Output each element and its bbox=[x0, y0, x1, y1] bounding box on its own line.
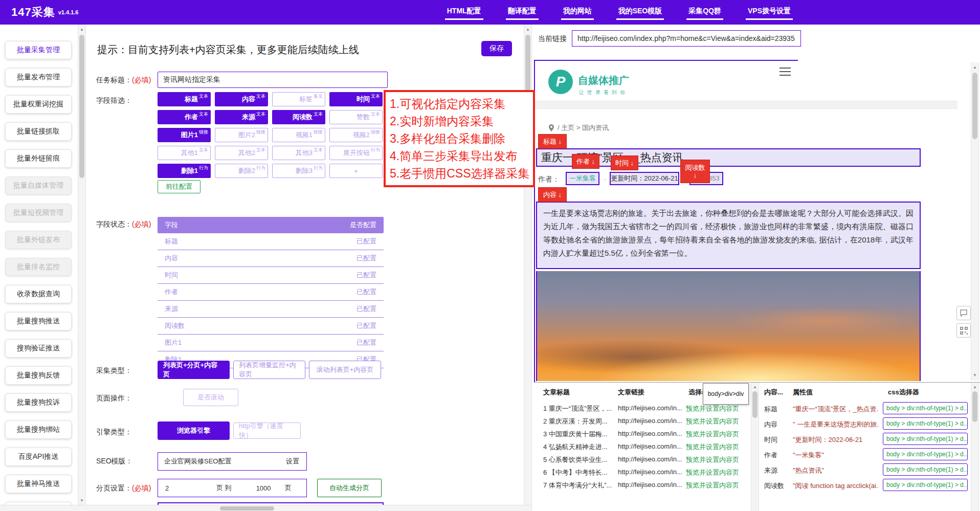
preview-set-content-link[interactable]: 预览并设置内容页 bbox=[686, 430, 739, 439]
paging-from-value[interactable]: 2 bbox=[158, 484, 216, 492]
article-row-title[interactable]: 3 中国重庆黄十届梅... bbox=[543, 430, 612, 439]
field-cell-other3[interactable]: 其他3文本 bbox=[272, 146, 325, 160]
chat-bubble-icon[interactable] bbox=[956, 306, 971, 320]
preview-set-content-link[interactable]: 预览并设置内容页 bbox=[686, 481, 739, 490]
sidebar-item-backlink-trace[interactable]: 批量外链留痕 bbox=[5, 149, 72, 168]
field-cell-image1[interactable]: 图片1链接 bbox=[158, 128, 211, 142]
field-cell-reads[interactable]: 阅读数文本 bbox=[272, 110, 325, 124]
scroll-down-icon[interactable]: ▼ bbox=[971, 372, 978, 379]
field-cell-tags[interactable]: 标签多文 bbox=[272, 92, 325, 106]
sidebar-item-index-query[interactable]: 收录数据查询 bbox=[5, 285, 72, 303]
nav-vps-dial[interactable]: VPS拨号设置 bbox=[746, 5, 793, 20]
css-selector-box[interactable]: body > div:nth-of-type(1) > d... bbox=[883, 479, 968, 491]
collect-type-list-paging-content[interactable]: 列表页+分页+内容页 bbox=[158, 361, 230, 379]
scroll-down-icon[interactable]: ▼ bbox=[78, 498, 85, 504]
preview-set-content-link[interactable]: 预览并设置内容页 bbox=[686, 442, 739, 452]
engine-http[interactable]: http引擎（速度快） bbox=[233, 423, 301, 439]
seo-set-button[interactable]: 设置 bbox=[286, 457, 306, 466]
sidebar-item-batch-collect[interactable]: 批量采集管理 bbox=[5, 41, 72, 59]
scrollbar-thumb[interactable] bbox=[79, 35, 84, 178]
field-cell-title[interactable]: 标题文本 bbox=[158, 92, 211, 106]
preview-set-content-link[interactable]: 预览并设置内容页 bbox=[686, 455, 739, 464]
article-row-title[interactable]: 7 体育中考满分“大礼”... bbox=[543, 481, 612, 490]
horizontal-scrollbar[interactable] bbox=[0, 505, 531, 511]
sidebar-item-sogou-feedback[interactable]: 批量搜狗反馈 bbox=[5, 366, 72, 385]
engine-browser[interactable]: 浏览器引擎 bbox=[158, 421, 230, 440]
preview-scrollbar[interactable]: ▲ ▼ bbox=[971, 62, 979, 381]
css-selector-box[interactable]: body > div:nth-of-type(1) > d... bbox=[883, 417, 968, 430]
sidebar-item-rank-monitor[interactable]: 批量排名监控 bbox=[5, 258, 72, 276]
sidebar-item-shenma-push[interactable]: 批量神马推送 bbox=[5, 475, 72, 493]
field-cell-expand[interactable]: 展开按钮行为 bbox=[329, 146, 383, 160]
field-cell-other2[interactable]: 其他2文本 bbox=[215, 146, 268, 160]
article-row-link[interactable]: http://feijiseo.com/in... bbox=[618, 442, 684, 450]
article-row-link[interactable]: http://feijiseo.com/in... bbox=[618, 417, 684, 425]
article-author[interactable]: 一米集客 bbox=[566, 172, 599, 185]
page-op-scroll-toggle[interactable]: 是否滚动 bbox=[183, 389, 238, 406]
scrollbar-thumb[interactable] bbox=[752, 391, 758, 418]
task-title-input[interactable] bbox=[158, 72, 388, 88]
collect-type-incremental[interactable]: 列表页增量监控+内容页 bbox=[233, 361, 305, 379]
form-scrollbar-left[interactable]: ▲ ▼ bbox=[78, 25, 86, 511]
right-table-scrollbar[interactable]: ▲ bbox=[971, 383, 979, 511]
sidebar-item-video-manage[interactable]: 批量短视频管理 bbox=[5, 204, 72, 222]
field-cell-delete3[interactable]: 删除3行为 bbox=[272, 164, 325, 178]
field-cell-delete1[interactable]: 删除1行为 bbox=[158, 164, 211, 178]
left-table-scrollbar[interactable]: ▲ bbox=[751, 383, 759, 511]
article-row-link[interactable]: http://feijiseo.com/in... bbox=[618, 455, 684, 463]
scroll-up-icon[interactable]: ▲ bbox=[971, 384, 978, 390]
sidebar-item-sogou-verify[interactable]: 搜狗验证推送 bbox=[5, 339, 72, 358]
field-cell-time[interactable]: 时间文本 bbox=[329, 92, 383, 106]
scroll-up-icon[interactable]: ▲ bbox=[524, 27, 531, 33]
article-row-title[interactable]: 5 心系餐饮类毕业生... bbox=[543, 455, 612, 464]
article-row-link[interactable]: http://feijiseo.com/in... bbox=[618, 481, 684, 488]
hamburger-menu-icon[interactable] bbox=[779, 68, 791, 76]
paging-to-value[interactable]: 1000 bbox=[232, 484, 285, 492]
nav-translate-config[interactable]: 翻译配置 bbox=[506, 5, 539, 20]
field-cell-other1[interactable]: 其他1文本 bbox=[158, 146, 211, 160]
goto-config-button[interactable]: 前往配置 bbox=[158, 180, 201, 193]
preview-set-content-link[interactable]: 预览并设置内容页 bbox=[686, 417, 739, 426]
field-cell-add[interactable]: + bbox=[329, 164, 383, 178]
article-row-title[interactable]: 1 重庆一“顶流”景区，... bbox=[543, 404, 612, 413]
css-selector-box[interactable]: body > div:nth-of-type(1) > d... bbox=[883, 463, 968, 476]
sidebar-item-media-manage[interactable]: 批量自媒体管理 bbox=[5, 176, 72, 195]
scrollbar-thumb[interactable] bbox=[972, 73, 977, 139]
article-row-link[interactable]: http://feijiseo.com/in... bbox=[618, 468, 684, 476]
css-selector-box[interactable]: body > div:nth-of-type(1) > d... bbox=[883, 448, 968, 460]
save-button[interactable]: 保存 bbox=[481, 41, 512, 56]
field-cell-likes[interactable]: 赞数文本 bbox=[329, 110, 383, 124]
current-link-input[interactable] bbox=[572, 30, 801, 47]
nav-my-sites[interactable]: 我的网站 bbox=[561, 5, 594, 20]
breadcrumb[interactable]: / 主页 > 国内资讯 bbox=[548, 123, 609, 132]
auto-generate-paging-button[interactable]: 自动生成分页 bbox=[317, 479, 382, 497]
nav-qq-group[interactable]: 采集QQ群 bbox=[686, 5, 723, 20]
css-selector-box[interactable]: body > div:nth-of-type(1) > d... bbox=[883, 402, 968, 414]
selector-overlay-input[interactable]: body>div>div bbox=[703, 383, 749, 405]
field-cell-source[interactable]: 来源文本 bbox=[215, 110, 268, 124]
article-row-title[interactable]: 6 【中考】中考特长... bbox=[543, 468, 612, 477]
seo-template-selector[interactable]: 企业官网装修SEO配置 设置 bbox=[158, 452, 307, 471]
sidebar-item-sogou-complaint[interactable]: 批量搜狗投诉 bbox=[5, 393, 72, 412]
scroll-up-icon[interactable]: ▲ bbox=[78, 27, 85, 33]
article-row-link[interactable]: http://feijiseo.com/in... bbox=[618, 404, 684, 412]
field-cell-image2[interactable]: 图片2链接 bbox=[215, 128, 268, 142]
article-row-title[interactable]: 2 重庆巫溪：开发周... bbox=[543, 417, 612, 426]
scrollbar-thumb[interactable] bbox=[220, 506, 274, 510]
preview-set-content-link[interactable]: 预览并设置内容页 bbox=[686, 468, 739, 477]
nav-my-seo-templates[interactable]: 我的SEO模版 bbox=[616, 5, 664, 20]
sidebar-item-backlink-publish[interactable]: 批量外链发布 bbox=[5, 231, 72, 249]
scrollbar-thumb[interactable] bbox=[972, 391, 977, 422]
nav-html-config[interactable]: HTML配置 bbox=[445, 5, 483, 20]
sidebar-item-link-grab[interactable]: 批量链接抓取 bbox=[5, 122, 72, 141]
field-cell-content[interactable]: 内容文本 bbox=[215, 92, 268, 106]
collect-type-scroll-list[interactable]: 滚动列表页+内容页 bbox=[309, 361, 381, 379]
paging-range-box[interactable]: 2 页 到 1000 页 bbox=[158, 479, 307, 497]
field-cell-delete2[interactable]: 删除2行为 bbox=[215, 164, 268, 178]
sidebar-item-batch-publish[interactable]: 批量发布管理 bbox=[5, 68, 72, 86]
field-cell-video1[interactable]: 视频1链接 bbox=[272, 128, 325, 142]
article-row-title[interactable]: 4 弘扬航天精神走进... bbox=[543, 442, 612, 452]
scroll-up-icon[interactable]: ▲ bbox=[971, 64, 978, 71]
scroll-up-icon[interactable]: ▲ bbox=[751, 384, 759, 390]
preview-set-content-link[interactable]: 预览并设置内容页 bbox=[686, 404, 739, 413]
